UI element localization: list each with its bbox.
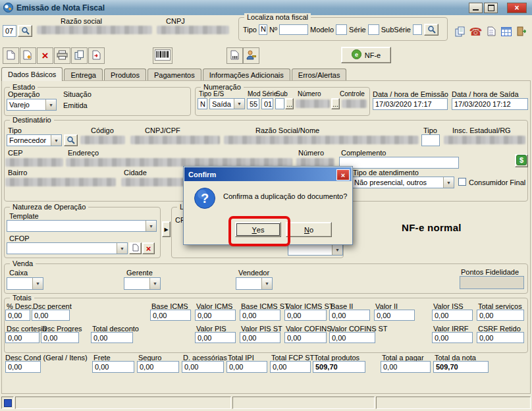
dest-bairro-field[interactable] [5, 178, 116, 186]
tab-entrega[interactable]: Entrega [64, 68, 103, 81]
total-field[interactable]: 0,00 [284, 332, 327, 343]
localiza-modelo-field[interactable] [336, 24, 347, 35]
tab-dados-basicos[interactable]: Dados Básicos [1, 67, 63, 81]
total-field[interactable]: 0,00 [195, 332, 236, 343]
caixa-combo[interactable]: ▼ [7, 277, 43, 290]
tab-produtos[interactable]: Produtos [104, 68, 146, 81]
total-field[interactable]: 0,00 [240, 310, 280, 321]
num-numero-field[interactable] [296, 99, 330, 108]
total-field[interactable]: 0,00 [284, 310, 327, 321]
total-a-pagar-field[interactable]: 0,00 [381, 361, 431, 373]
total-field[interactable]: 0,00 [329, 332, 375, 343]
dialog-close-button[interactable]: × [336, 169, 350, 180]
num-tipo-field[interactable]: N [198, 98, 207, 109]
search-icon [66, 136, 75, 146]
exit-button[interactable] [514, 24, 530, 40]
gerente-combo[interactable]: ▼ [124, 277, 161, 290]
data-emissao-field[interactable]: 17/03/2020 17:17 [373, 98, 448, 110]
dest-finance-button[interactable]: $ [515, 154, 528, 167]
total-field[interactable]: 0,00 [270, 361, 311, 373]
cfop-add-arrow-button[interactable]: ▶ [162, 221, 171, 237]
total-field[interactable]: 0,00 [5, 310, 30, 321]
total-field[interactable]: 0,00 [477, 332, 524, 343]
total-field[interactable]: 0,00 [432, 310, 473, 321]
export-button[interactable] [88, 47, 105, 64]
close-button[interactable]: × [507, 3, 527, 13]
total-field[interactable]: 0,00 [432, 332, 473, 343]
localiza-numero-field[interactable] [279, 24, 308, 35]
cfop-delete-button[interactable]: × [142, 242, 155, 254]
copy-button[interactable] [71, 47, 88, 64]
new-document-button[interactable] [3, 47, 19, 64]
vendedor-combo[interactable]: ▼ [236, 277, 273, 290]
total-field[interactable]: 0,00 [5, 332, 40, 343]
operacao-combo[interactable]: Varejo ▼ [7, 99, 57, 111]
dest-ie-field[interactable] [444, 136, 525, 144]
data-saida-label: Data / hora de Saída [452, 90, 519, 98]
total-field[interactable]: 0,00 [226, 361, 267, 373]
total-produtos-field[interactable]: 509,70 [313, 361, 365, 373]
num-mod-field[interactable]: 55 [247, 98, 259, 109]
total-field[interactable]: 0,00 [5, 361, 41, 373]
num-controle-field[interactable] [342, 99, 367, 108]
num-numero-picker-button[interactable]: ... [331, 98, 340, 109]
num-es-combo[interactable]: Saída ▼ [209, 98, 245, 109]
total-field[interactable]: 0,00 [91, 332, 133, 343]
consumidor-final-checkbox[interactable] [458, 178, 466, 186]
cfop-new-button[interactable] [129, 242, 142, 254]
total-field[interactable]: 0,00 [477, 310, 524, 321]
total-field[interactable]: 0,00 [150, 310, 191, 321]
nfe-button[interactable]: e NF-e [341, 47, 391, 63]
dest-atendimento-combo[interactable]: Não presencial, outros ▼ [352, 177, 454, 188]
total-field[interactable]: 0,00 [195, 310, 236, 321]
total-field[interactable]: 0,00 [32, 310, 70, 321]
total-field[interactable]: 0,00 [374, 310, 415, 321]
cfop-lista-combo[interactable]: ▼ [288, 244, 343, 256]
minimize-button[interactable] [469, 3, 483, 13]
dest-codigo-field[interactable] [80, 136, 125, 144]
total-field[interactable]: 0,00 [329, 310, 370, 321]
dest-cep-field[interactable] [5, 158, 63, 167]
company-code-field[interactable]: 07 [3, 25, 16, 37]
razao-social-field[interactable] [37, 26, 152, 34]
tab-pagamentos[interactable]: Pagamentos [147, 68, 201, 81]
delete-button[interactable]: × [37, 47, 53, 64]
tab-informacoes-adicionais[interactable]: Informações Adicionais [203, 68, 290, 81]
dest-razao-field[interactable] [224, 136, 419, 144]
messages-button[interactable] [452, 24, 468, 40]
data-saida-field[interactable]: 17/03/2020 17:12 [452, 98, 528, 110]
dest-tipo-combo[interactable]: Fornecedor ▼ [7, 134, 62, 146]
total-field[interactable]: 0,00 [41, 332, 79, 343]
total-field[interactable]: 0,00 [240, 332, 280, 343]
no-button[interactable]: No [286, 222, 332, 237]
num-sub-picker-button[interactable]: ... [285, 98, 294, 109]
dest-search-button[interactable] [64, 134, 78, 146]
new-from-template-button[interactable] [20, 47, 36, 64]
grid-button[interactable] [498, 24, 514, 40]
danfe-button[interactable] [153, 47, 173, 64]
cnpj-field[interactable] [157, 26, 229, 34]
company-search-button[interactable] [18, 25, 32, 37]
localiza-search-button[interactable] [424, 24, 439, 36]
print-button[interactable] [54, 47, 70, 64]
total-field[interactable]: 0,00 [137, 361, 179, 373]
num-sub-field[interactable] [275, 98, 284, 109]
localiza-subserie-field[interactable] [413, 24, 422, 35]
document-barcode-button[interactable] [226, 47, 243, 64]
tab-erros-alertas[interactable]: Erros/Alertas [292, 68, 347, 81]
total-field[interactable]: 0,00 [182, 361, 224, 373]
cfop-combo[interactable]: ▼ [7, 242, 128, 254]
certificate-user-button[interactable] [243, 47, 259, 64]
maximize-button[interactable] [484, 3, 498, 13]
dest-complemento-field[interactable] [339, 157, 459, 169]
dest-cnpj-field[interactable] [130, 136, 220, 144]
person-key-icon [246, 50, 256, 61]
total-field[interactable]: 0,00 [92, 361, 134, 373]
num-serie-field[interactable]: 01 [261, 98, 273, 109]
template-combo[interactable]: ▼ [7, 220, 157, 232]
localiza-tipo-field[interactable]: N [259, 24, 267, 35]
localiza-serie-field[interactable] [368, 24, 379, 35]
support-phone-button[interactable]: ☎ [467, 24, 484, 40]
total-da-nota-field[interactable]: 509,70 [433, 361, 489, 373]
dest-tipo2-field[interactable] [421, 134, 440, 146]
